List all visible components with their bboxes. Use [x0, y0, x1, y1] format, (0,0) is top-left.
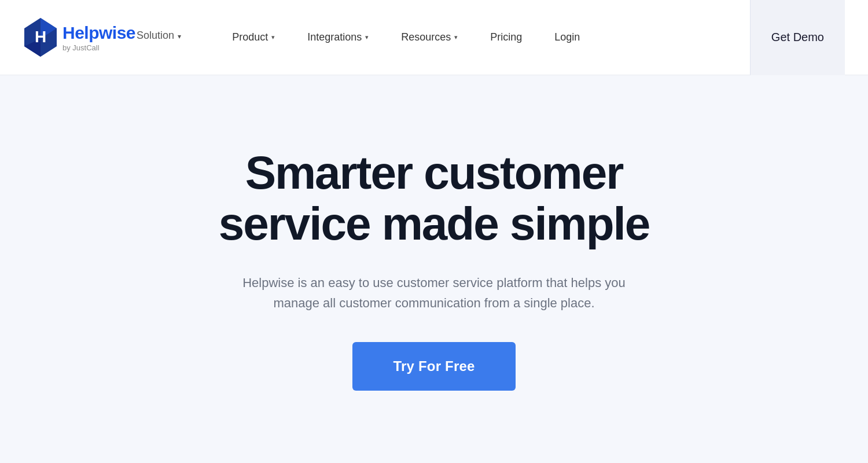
nav-arrow-integrations: ▾: [365, 34, 369, 41]
hero-subtitle: Helpwise is an easy to use customer serv…: [237, 273, 631, 313]
nav-label-pricing: Pricing: [490, 31, 522, 43]
logo-solution: Solution: [137, 30, 174, 42]
nav-label-integrations: Integrations: [307, 31, 362, 43]
nav-label-resources: Resources: [401, 31, 451, 43]
navbar: H Helpwise Solution ▾ by JustCall Produc…: [0, 0, 868, 75]
nav-item-pricing[interactable]: Pricing: [474, 0, 538, 75]
svg-text:H: H: [35, 28, 46, 46]
nav-arrow-resources: ▾: [454, 34, 458, 41]
logo-dropdown-arrow[interactable]: ▾: [178, 32, 181, 41]
logo[interactable]: H Helpwise Solution ▾ by JustCall: [23, 16, 181, 59]
try-for-free-button[interactable]: Try For Free: [352, 342, 515, 391]
nav-item-resources[interactable]: Resources ▾: [385, 0, 474, 75]
logo-icon: H: [23, 16, 58, 59]
nav-item-product[interactable]: Product ▾: [216, 0, 291, 75]
nav-arrow-product: ▾: [271, 34, 275, 41]
logo-text: Helpwise Solution ▾ by JustCall: [62, 23, 181, 52]
hero-section: Smarter customer service made simple Hel…: [0, 75, 868, 463]
nav-item-login[interactable]: Login: [538, 0, 596, 75]
get-demo-button[interactable]: Get Demo: [750, 0, 845, 75]
nav-item-integrations[interactable]: Integrations ▾: [291, 0, 385, 75]
logo-byjustcall: by JustCall: [62, 43, 181, 52]
nav-label-product: Product: [232, 31, 268, 43]
logo-helpwise: Helpwise: [62, 23, 135, 43]
get-demo-label: Get Demo: [771, 31, 824, 44]
nav-label-login: Login: [554, 31, 580, 43]
nav-links: Product ▾ Integrations ▾ Resources ▾ Pri…: [216, 0, 750, 75]
hero-title: Smarter customer service made simple: [203, 148, 665, 249]
